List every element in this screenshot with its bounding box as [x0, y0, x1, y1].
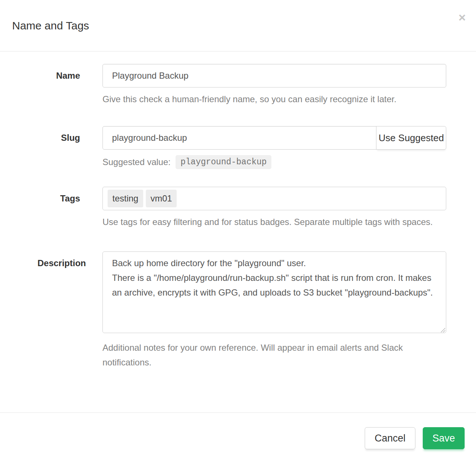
- cancel-button[interactable]: Cancel: [365, 427, 415, 449]
- name-help-text: Give this check a human-friendly name, s…: [102, 92, 446, 107]
- tags-label: Tags: [0, 187, 90, 229]
- modal-body: Name Give this check a human-friendly na…: [0, 51, 476, 399]
- tags-field-row: Tags testing vm01 Use tags for easy filt…: [0, 187, 476, 229]
- slug-input-group: Use Suggested: [102, 126, 446, 150]
- tags-input[interactable]: testing vm01: [102, 187, 446, 210]
- save-button[interactable]: Save: [423, 427, 465, 449]
- tags-help-text: Use tags for easy filtering and for stat…: [102, 215, 446, 229]
- description-textarea[interactable]: Back up home directory for the "playgrou…: [102, 251, 446, 333]
- description-field-row: Description Back up home directory for t…: [0, 251, 476, 370]
- name-field-row: Name Give this check a human-friendly na…: [0, 64, 476, 107]
- slug-input[interactable]: [102, 126, 376, 150]
- page-title: Name and Tags: [12, 18, 464, 33]
- suggested-value-code: playground-backup: [176, 155, 271, 169]
- tag-chip-vm01[interactable]: vm01: [146, 190, 177, 207]
- use-suggested-button[interactable]: Use Suggested: [376, 126, 446, 150]
- tag-chip-testing[interactable]: testing: [108, 190, 143, 207]
- close-icon[interactable]: ×: [458, 11, 466, 24]
- description-label: Description: [0, 251, 90, 370]
- suggested-value-label: Suggested value:: [102, 155, 170, 169]
- slug-field-row: Slug Use Suggested Suggested value: play…: [0, 126, 476, 169]
- modal-footer: Cancel Save: [0, 412, 476, 461]
- suggested-value-line: Suggested value: playground-backup: [102, 155, 446, 169]
- name-label: Name: [0, 64, 90, 107]
- name-input[interactable]: [102, 64, 446, 87]
- slug-label: Slug: [0, 126, 90, 169]
- name-and-tags-modal: Name and Tags × Name Give this check a h…: [0, 0, 476, 399]
- description-help-text: Additional notes for your own reference.…: [102, 340, 446, 370]
- modal-header: Name and Tags ×: [0, 0, 476, 51]
